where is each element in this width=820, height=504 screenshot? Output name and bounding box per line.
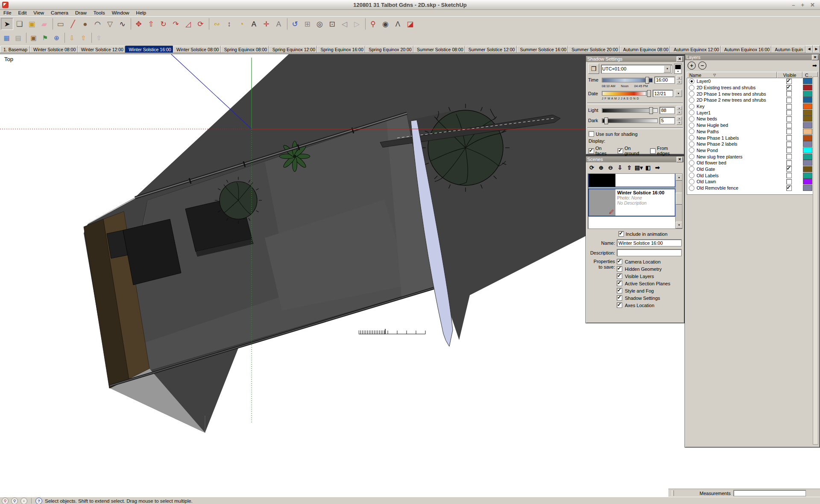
date-slider[interactable] <box>602 91 651 96</box>
active-layer-radio[interactable] <box>689 91 694 97</box>
date-dropdown-icon[interactable]: ▼ <box>675 90 682 97</box>
scene-tab[interactable]: Winter Solstice 08:00 <box>30 46 78 53</box>
scene-property-checkbox[interactable] <box>617 288 622 293</box>
toolbar-button-icon[interactable]: ✥ <box>131 18 145 30</box>
toolbar-grip[interactable] <box>672 490 674 496</box>
scene-tab[interactable]: Winter Solstice 16:00 <box>125 46 173 53</box>
layer-visible-checkbox[interactable] <box>786 129 792 134</box>
date-slider-thumb[interactable] <box>647 90 651 97</box>
remove-layer-button[interactable]: − <box>698 62 706 70</box>
scroll-down-icon[interactable]: ▼ <box>676 222 682 229</box>
layer-row[interactable]: New Paths <box>687 129 817 135</box>
scenes-titlebar[interactable]: Scenes ✕ <box>586 156 684 162</box>
menu-item[interactable]: Window <box>108 10 133 16</box>
active-layer-radio[interactable] <box>689 110 694 115</box>
scene-tab[interactable]: Spring Equinox 16:00 <box>317 46 365 53</box>
layer-row[interactable]: New Phase 1 Labels <box>687 135 817 141</box>
layer-color-swatch[interactable] <box>803 166 812 172</box>
menu-item[interactable]: Tools <box>90 10 108 16</box>
scene-tab[interactable]: Autumn Equinox 12:00 <box>670 46 720 53</box>
scenes-toolbar-icon[interactable]: ⟳ <box>588 164 596 171</box>
menu-item[interactable]: Edit <box>15 10 30 16</box>
toolbar-button-icon[interactable]: ╱ <box>67 18 79 30</box>
layer-color-swatch[interactable] <box>803 122 812 128</box>
layer-row[interactable]: New Phase 2 labels <box>687 141 817 147</box>
layer-visible-checkbox[interactable] <box>786 116 792 122</box>
scene-tab[interactable]: Summer Solstice 12:00 <box>465 46 517 53</box>
scenes-toolbar-icon[interactable]: ⊕ <box>597 164 605 171</box>
include-animation-checkbox[interactable] <box>618 231 624 237</box>
toolbar-button-icon[interactable]: ⇧ <box>78 32 89 43</box>
active-layer-radio[interactable] <box>689 185 694 191</box>
active-layer-radio[interactable] <box>689 173 694 178</box>
tab-scroll-right-icon[interactable]: ▶ <box>813 45 820 53</box>
scene-description-field[interactable] <box>617 249 682 256</box>
toolbar-button-icon[interactable]: ◉ <box>379 18 392 30</box>
layer-row[interactable]: Old flower bed <box>687 160 817 166</box>
menu-item[interactable]: Draw <box>72 10 90 16</box>
light-slider[interactable] <box>602 108 658 113</box>
close-icon[interactable]: ✕ <box>676 56 683 62</box>
time-slider[interactable] <box>602 78 653 82</box>
toolbar-button-icon[interactable]: ⊡ <box>326 18 338 30</box>
toolbar-button-icon[interactable]: A <box>272 18 285 30</box>
scenes-scrollbar[interactable]: ▲ ▼ <box>675 174 682 229</box>
layer-color-swatch[interactable] <box>803 135 812 141</box>
scene-property-checkbox[interactable] <box>617 295 622 301</box>
layer-color-swatch[interactable] <box>803 103 812 109</box>
layer-color-swatch[interactable] <box>803 78 812 84</box>
scene-property-checkbox[interactable] <box>617 266 622 272</box>
toolbar-button-icon[interactable]: ◁ <box>338 18 351 30</box>
scene-property-checkbox[interactable] <box>617 273 622 279</box>
toolbar-button-icon[interactable]: ⊞ <box>301 18 313 30</box>
layer-row[interactable]: New Hugle bed <box>687 122 817 129</box>
toolbar-button-icon[interactable]: ❏ <box>13 18 26 30</box>
toolbar-button-icon[interactable]: ◔ <box>235 18 248 30</box>
active-layer-radio[interactable] <box>689 160 694 166</box>
scene-tab[interactable]: 1. Basemap <box>0 46 30 53</box>
toolbar-button-icon[interactable]: ↕ <box>223 18 235 30</box>
active-layer-radio[interactable] <box>689 104 694 109</box>
layer-row[interactable]: 2D Phase 1 new trees and shrubs <box>687 91 817 97</box>
scene-property-checkbox[interactable] <box>617 281 622 286</box>
layer-row[interactable]: New Pond <box>687 147 817 154</box>
close-icon[interactable]: ✕ <box>676 157 683 162</box>
scene-tab[interactable]: Summer Solstice 08:00 <box>413 46 465 53</box>
chevron-down-icon[interactable]: ▼ <box>664 65 671 73</box>
layer-row[interactable]: Old Lawn <box>687 179 817 185</box>
layer-visible-checkbox[interactable] <box>786 79 792 84</box>
layer-color-swatch[interactable] <box>803 141 812 147</box>
scene-tab[interactable]: Spring Equinox 08:00 <box>221 46 269 53</box>
toolbar-button-icon[interactable]: ◪ <box>404 18 416 30</box>
dark-field[interactable]: 5 <box>659 117 675 124</box>
layer-color-swatch[interactable] <box>803 173 812 179</box>
toolbar-button-icon[interactable]: ⇧ <box>91 32 105 43</box>
scene-list-item[interactable]: Photo: None No Description <box>588 173 676 188</box>
toolbar-button-icon[interactable]: ∾ <box>209 18 223 30</box>
toolbar-button-icon[interactable]: ↺ <box>287 18 301 30</box>
layer-row[interactable]: New beds <box>687 116 817 122</box>
active-layer-radio[interactable] <box>689 154 694 159</box>
layer-visible-checkbox[interactable] <box>786 104 792 109</box>
scene-tab[interactable]: Autumn Equin <box>771 46 805 53</box>
active-layer-radio[interactable] <box>689 141 694 147</box>
layer-row[interactable]: 2D Existing trees and shrubs <box>687 85 817 91</box>
toolbar-button-icon[interactable]: ▣ <box>26 32 39 43</box>
active-layer-radio[interactable] <box>689 166 694 172</box>
shadow-display-mode-button[interactable]: ▲ <box>674 64 682 74</box>
scene-tab[interactable]: Winter Solstice 08:00 <box>173 46 221 53</box>
layer-details-icon[interactable]: ➡ <box>812 62 817 69</box>
light-slider-thumb[interactable] <box>649 107 653 114</box>
toolbar-button-icon[interactable]: A <box>248 18 260 30</box>
scroll-thumb[interactable] <box>676 193 682 205</box>
active-layer-radio[interactable] <box>689 147 694 153</box>
menu-item[interactable]: Help <box>133 10 150 16</box>
toolbar-button-icon[interactable]: ▷ <box>351 18 363 30</box>
layer-row[interactable]: New slug free planters <box>687 153 817 160</box>
layer-row[interactable]: Layer0 <box>687 78 817 85</box>
scenes-list[interactable]: Photo: None No Description 🖉 Winter Sols… <box>588 173 682 229</box>
tab-scroll-left-icon[interactable]: ◀ <box>805 45 813 53</box>
active-layer-radio[interactable] <box>689 97 694 103</box>
toolbar-button-icon[interactable]: ◎ <box>313 18 326 30</box>
on-ground-checkbox[interactable] <box>618 148 623 154</box>
